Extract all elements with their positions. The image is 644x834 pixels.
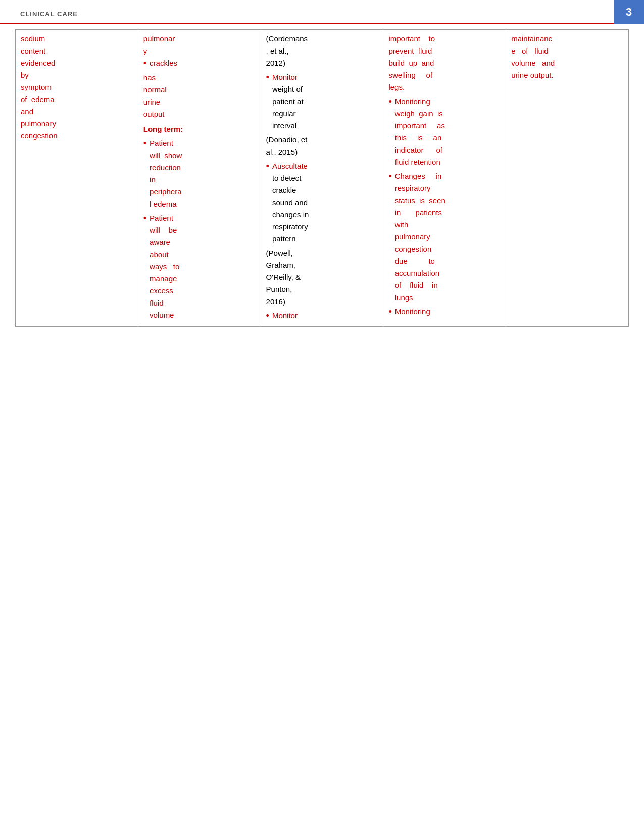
col4-b1-line: fluid retention bbox=[395, 156, 445, 168]
col4-b2-line: accumulation bbox=[395, 267, 445, 279]
col4-b1-line: important as bbox=[395, 120, 445, 132]
col3-b2-line: to detect bbox=[272, 172, 309, 184]
col5-line: urine output. bbox=[511, 69, 623, 81]
col3-line: (Cordemans bbox=[266, 33, 378, 45]
col4-b2-line: lungs bbox=[395, 291, 445, 304]
col2-bullet3-text: Patient will be aware about ways to mana… bbox=[150, 212, 179, 321]
col2-b3-line: aware bbox=[150, 236, 179, 249]
col2-line: normal bbox=[143, 84, 256, 96]
col1-line: and bbox=[21, 106, 133, 118]
col2-bullet2-text: Patient will show reduction in periphera… bbox=[150, 137, 182, 210]
col2-line: pulmonar bbox=[143, 33, 256, 45]
col4-b1-line: indicator of bbox=[395, 144, 445, 156]
col2-line: y bbox=[143, 45, 256, 57]
col4-b3-line: Monitoring bbox=[395, 306, 430, 318]
col1-line: content bbox=[21, 45, 133, 57]
col4-line: legs. bbox=[388, 81, 501, 93]
col2-b3-line: manage bbox=[150, 273, 179, 285]
col2-bullet1-text: crackles bbox=[150, 57, 177, 69]
col4-b2-line: of fluid in bbox=[395, 279, 445, 291]
col3-ref5: O'Reilly, & bbox=[266, 271, 378, 283]
col4-line: build up and bbox=[388, 57, 501, 69]
col1-line: of edema bbox=[21, 93, 133, 106]
col3-b1-line: Monitor bbox=[272, 71, 304, 83]
col3-b1-line: regular bbox=[272, 108, 304, 120]
col3-b2-line: pattern bbox=[272, 233, 309, 245]
col1-cell: sodium content evidenced by symptom of e… bbox=[16, 30, 138, 327]
table-row: sodium content evidenced by symptom of e… bbox=[16, 30, 629, 327]
col4-bullet1: • Monitoring weigh gain is important as … bbox=[388, 95, 501, 168]
col4-line: important to bbox=[388, 33, 501, 45]
col1-line: by bbox=[21, 69, 133, 81]
col4-b1-line: Monitoring bbox=[395, 95, 445, 108]
clinical-care-table: sodium content evidenced by symptom of e… bbox=[15, 29, 629, 327]
col3-bullet2-text: Auscultate to detect crackle sound and c… bbox=[272, 160, 309, 245]
col3-bullet3: • Monitor bbox=[266, 310, 378, 322]
col3-b2-line: Auscultate bbox=[272, 160, 309, 172]
col2-cell: pulmonar y • crackles has normal urine o… bbox=[138, 30, 261, 327]
col3-b1-line: weight of bbox=[272, 83, 304, 95]
long-term-label: Long term: bbox=[143, 125, 183, 133]
bullet-icon: • bbox=[388, 95, 391, 108]
bullet-icon: • bbox=[266, 71, 269, 84]
header-title: CLINICAL CARE bbox=[20, 10, 78, 18]
col2-bullet1: • crackles bbox=[143, 57, 256, 70]
col1-line: symptom bbox=[21, 81, 133, 93]
bullet-icon: • bbox=[266, 160, 269, 173]
col2-b2-line: will show bbox=[150, 150, 182, 162]
main-table-wrapper: sodium content evidenced by symptom of e… bbox=[0, 29, 644, 327]
col3-ref7: 2016) bbox=[266, 296, 378, 308]
col3-b2-line: changes in bbox=[272, 209, 309, 221]
col2-text: pulmonar y • crackles has normal urine o… bbox=[143, 33, 256, 321]
col3-cell: (Cordemans , et al., 2012) • Monitor wei… bbox=[261, 30, 383, 327]
col2-b3-line: excess bbox=[150, 285, 179, 297]
col3-b3-line: Monitor bbox=[272, 310, 298, 322]
col2-normal: has normal urine output bbox=[143, 72, 256, 120]
col4-b2-line: in patients bbox=[395, 207, 445, 219]
col4-b2-line: status is seen bbox=[395, 194, 445, 207]
col3-ref1: (Donadio, et bbox=[266, 134, 378, 146]
col3-ref6: Punton, bbox=[266, 283, 378, 296]
col4-cell: important to prevent fluid build up and … bbox=[383, 30, 506, 327]
col4-b2-line: Changes in bbox=[395, 170, 445, 182]
col3-line: 2012) bbox=[266, 57, 378, 69]
col3-b2-line: crackle bbox=[272, 184, 309, 197]
col2-line: urine bbox=[143, 96, 256, 108]
col2-b2-line: Patient bbox=[150, 137, 182, 150]
col1-line: sodium bbox=[21, 33, 133, 45]
col1-line: evidenced bbox=[21, 57, 133, 69]
col5-cell: maintainanc e of fluid volume and urine … bbox=[506, 30, 629, 327]
col2-b3-line: Patient bbox=[150, 212, 179, 224]
bullet-icon: • bbox=[143, 57, 146, 70]
col2-longterm-label: Long term: bbox=[143, 123, 256, 135]
col3-b1-line: interval bbox=[272, 120, 304, 132]
col3-b2-line: sound and bbox=[272, 197, 309, 209]
col3-ref2: al., 2015) bbox=[266, 146, 378, 158]
col2-bullet2: • Patient will show reduction in periphe… bbox=[143, 137, 256, 210]
col4-line: swelling of bbox=[388, 69, 501, 81]
col4-b2-line: with bbox=[395, 219, 445, 231]
col4-line: prevent fluid bbox=[388, 45, 501, 57]
col2-line: output bbox=[143, 108, 256, 120]
col4-b1-line: weigh gain is bbox=[395, 108, 445, 120]
col4-b1-line: this is an bbox=[395, 132, 445, 144]
col3-b2-line: respiratory bbox=[272, 221, 309, 233]
col1-line: congestion bbox=[21, 130, 133, 142]
col5-text: maintainanc e of fluid volume and urine … bbox=[511, 33, 623, 81]
col2-b3-line: about bbox=[150, 249, 179, 261]
bullet-icon: • bbox=[143, 212, 146, 225]
col2-b2-line: l edema bbox=[150, 198, 182, 210]
col3-bullet2: • Auscultate to detect crackle sound and… bbox=[266, 160, 378, 245]
bullet-icon: • bbox=[388, 170, 391, 183]
page-header: CLINICAL CARE bbox=[0, 0, 644, 24]
col2-b2-line: reduction bbox=[150, 162, 182, 174]
col1-line: pulmonary bbox=[21, 118, 133, 130]
col4-bullet2-text: Changes in respiratory status is seen in… bbox=[395, 170, 445, 304]
col4-b2-line: congestion bbox=[395, 243, 445, 255]
col2-b3-line: ways to bbox=[150, 261, 179, 273]
col5-line: volume and bbox=[511, 57, 623, 69]
col4-bullet3: • Monitoring bbox=[388, 306, 501, 318]
col4-b2-line: respiratory bbox=[395, 182, 445, 194]
col3-ref4: Graham, bbox=[266, 259, 378, 271]
col4-b2-line: due to bbox=[395, 255, 445, 267]
